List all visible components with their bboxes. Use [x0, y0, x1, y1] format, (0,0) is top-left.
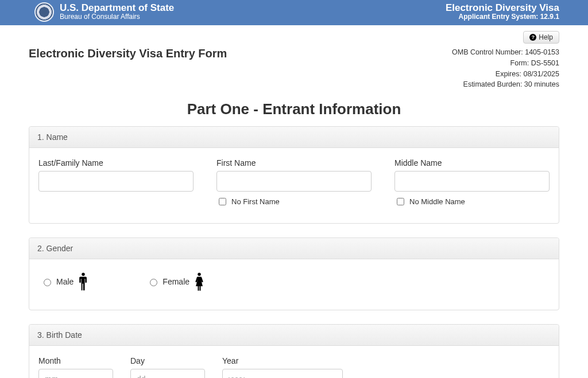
section-name-heading: 1. Name	[29, 127, 559, 148]
last-name-label: Last/Family Name	[38, 158, 194, 167]
meta-form: Form: DS-5501	[452, 58, 559, 69]
help-icon: ?	[529, 34, 536, 41]
help-label: Help	[539, 33, 553, 41]
gender-female-label: Female	[163, 277, 189, 286]
birth-month-input[interactable]	[38, 369, 113, 378]
gender-female-radio[interactable]	[150, 279, 157, 286]
middle-name-label: Middle Name	[394, 158, 550, 167]
brand-text: U.S. Department of State Bureau of Consu…	[60, 3, 174, 21]
female-icon	[193, 272, 206, 291]
section-gender: 2. Gender Male Female	[29, 237, 559, 310]
system-title-block: Electronic Diversity Visa Applicant Entr…	[446, 3, 559, 21]
top-header: U.S. Department of State Bureau of Consu…	[0, 0, 588, 25]
birth-day-input[interactable]	[130, 369, 205, 378]
no-first-name-checkbox[interactable]	[219, 198, 226, 205]
state-seal-icon	[34, 2, 54, 22]
birth-year-label: Year	[222, 356, 343, 365]
system-title: Electronic Diversity Visa	[446, 3, 559, 13]
dept-title: U.S. Department of State	[60, 3, 174, 13]
gender-female-option[interactable]: Female	[147, 272, 206, 291]
birth-day-label: Day	[130, 356, 205, 365]
meta-burden: Estimated Burden: 30 minutes	[452, 79, 559, 90]
first-name-input[interactable]	[216, 171, 372, 192]
middle-name-input[interactable]	[394, 171, 550, 192]
help-button[interactable]: ? Help	[523, 31, 559, 44]
section-gender-heading: 2. Gender	[29, 238, 559, 259]
birth-month-label: Month	[38, 356, 113, 365]
section-name: 1. Name Last/Family Name First Name No F…	[29, 126, 559, 224]
gender-male-label: Male	[56, 277, 74, 286]
part-title: Part One - Entrant Information	[29, 100, 559, 118]
last-name-input[interactable]	[38, 171, 194, 192]
meta-expires: Expires: 08/31/2025	[452, 69, 559, 80]
page-title: Electronic Diversity Visa Entry Form	[29, 47, 227, 60]
section-birth-date: 3. Birth Date Month Day Year	[29, 324, 559, 378]
section-birth-heading: 3. Birth Date	[29, 325, 559, 346]
system-version: Applicant Entry System: 12.9.1	[446, 13, 559, 21]
meta-omb: OMB Control Number: 1405-0153	[452, 47, 559, 58]
first-name-label: First Name	[216, 158, 372, 167]
no-first-name-label: No First Name	[231, 197, 280, 206]
birth-year-input[interactable]	[222, 369, 343, 378]
gender-male-option[interactable]: Male	[41, 272, 90, 291]
no-middle-name-label: No Middle Name	[409, 197, 465, 206]
male-icon	[77, 272, 90, 291]
no-middle-name-checkbox[interactable]	[397, 198, 404, 205]
form-meta: OMB Control Number: 1405-0153 Form: DS-5…	[452, 47, 559, 90]
brand: U.S. Department of State Bureau of Consu…	[34, 2, 174, 22]
gender-male-radio[interactable]	[44, 279, 51, 286]
svg-point-0	[82, 273, 85, 276]
bureau-subtitle: Bureau of Consular Affairs	[60, 13, 174, 21]
svg-point-1	[198, 273, 200, 276]
